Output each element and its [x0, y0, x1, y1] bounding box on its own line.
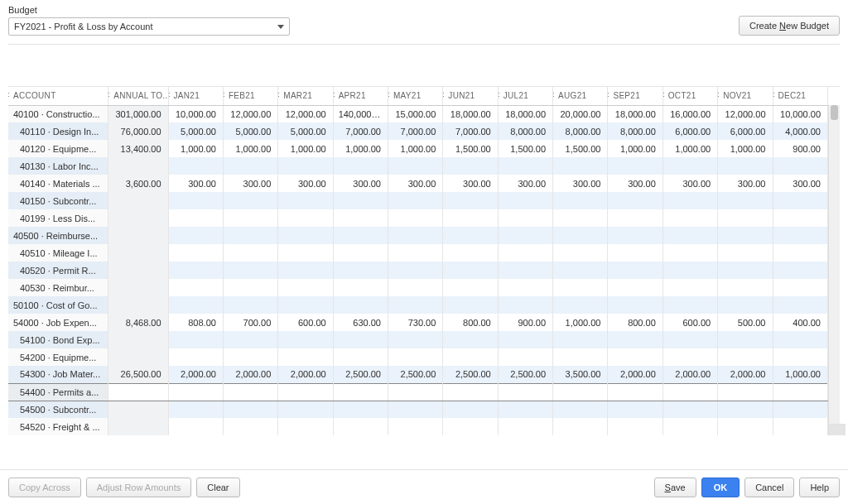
month-cell[interactable]	[773, 244, 828, 262]
month-cell[interactable]: 630.00	[333, 314, 388, 331]
month-cell[interactable]	[662, 192, 717, 209]
month-cell[interactable]: 300.00	[498, 175, 552, 192]
month-cell[interactable]	[498, 157, 552, 175]
adjust-row-amounts-button[interactable]: Adjust Row Amounts	[86, 478, 192, 497]
month-cell[interactable]: 900.00	[498, 314, 552, 331]
month-cell[interactable]	[718, 383, 773, 401]
month-cell[interactable]	[223, 331, 277, 348]
month-cell[interactable]	[223, 418, 277, 435]
month-cell[interactable]: 10,000.00	[168, 105, 223, 122]
table-row[interactable]: 40510 · Mileage I...	[8, 244, 828, 262]
month-cell[interactable]	[333, 209, 388, 227]
month-cell[interactable]	[223, 401, 277, 418]
create-new-budget-button[interactable]: Create New Budget	[739, 16, 840, 36]
month-cell[interactable]	[773, 296, 828, 314]
month-cell[interactable]	[498, 401, 552, 418]
account-cell[interactable]: 54300 · Job Mater...	[8, 366, 108, 383]
annual-cell[interactable]	[108, 383, 168, 401]
account-cell[interactable]: 54000 · Job Expen...	[8, 314, 108, 331]
month-cell[interactable]: 12,000.00	[718, 105, 773, 122]
month-cell[interactable]	[388, 244, 442, 262]
scrollbar-thumb[interactable]	[831, 105, 838, 120]
table-row[interactable]: 40130 · Labor Inc...	[8, 157, 828, 175]
annual-cell[interactable]	[108, 244, 168, 262]
account-cell[interactable]: 40120 · Equipme...	[8, 140, 108, 157]
month-cell[interactable]	[223, 227, 277, 244]
month-cell[interactable]: 15,000.00	[388, 105, 442, 122]
month-cell[interactable]	[333, 244, 388, 262]
month-cell[interactable]	[168, 209, 223, 227]
month-cell[interactable]: 1,000.00	[608, 140, 662, 157]
month-cell[interactable]: 808.00	[168, 314, 223, 331]
month-cell[interactable]	[223, 262, 277, 279]
month-cell[interactable]: 18,000.00	[498, 105, 552, 122]
month-cell[interactable]	[773, 383, 828, 401]
month-cell[interactable]	[168, 279, 223, 296]
month-cell[interactable]	[553, 244, 608, 262]
annual-cell[interactable]	[108, 348, 168, 366]
month-cell[interactable]	[773, 418, 828, 435]
month-cell[interactable]: 300.00	[278, 175, 333, 192]
month-cell[interactable]: 300.00	[168, 175, 223, 192]
month-cell[interactable]	[388, 157, 442, 175]
month-cell[interactable]: 300.00	[333, 175, 388, 192]
table-row[interactable]: 40140 · Materials ...3,600.00300.00300.0…	[8, 175, 828, 192]
month-cell[interactable]	[773, 279, 828, 296]
month-cell[interactable]	[333, 157, 388, 175]
copy-across-button[interactable]: Copy Across	[8, 478, 81, 497]
month-cell[interactable]: 730.00	[388, 314, 442, 331]
month-cell[interactable]	[773, 192, 828, 209]
month-cell[interactable]	[553, 262, 608, 279]
month-cell[interactable]	[278, 192, 333, 209]
scrollbar-arrow-down-icon[interactable]	[829, 424, 846, 435]
month-cell[interactable]	[443, 209, 498, 227]
month-cell[interactable]	[278, 279, 333, 296]
month-cell[interactable]: 1,000.00	[718, 140, 773, 157]
month-cell[interactable]: 2,500.00	[333, 366, 388, 383]
account-cell[interactable]: 54200 · Equipme...	[8, 348, 108, 366]
month-cell[interactable]	[498, 262, 552, 279]
account-cell[interactable]: 54100 · Bond Exp...	[8, 331, 108, 348]
month-cell[interactable]	[443, 192, 498, 209]
month-cell[interactable]: 800.00	[443, 314, 498, 331]
month-cell[interactable]: 300.00	[553, 175, 608, 192]
month-cell[interactable]: 2,500.00	[443, 366, 498, 383]
month-cell[interactable]	[168, 157, 223, 175]
month-cell[interactable]: 1,000.00	[662, 140, 717, 157]
month-cell[interactable]: 5,000.00	[223, 122, 277, 140]
account-cell[interactable]: 40110 · Design In...	[8, 122, 108, 140]
month-cell[interactable]	[278, 348, 333, 366]
col-header-annual[interactable]: ANNUAL TO...	[108, 87, 168, 105]
month-cell[interactable]	[718, 262, 773, 279]
month-cell[interactable]	[718, 401, 773, 418]
month-cell[interactable]	[278, 296, 333, 314]
month-cell[interactable]	[443, 157, 498, 175]
month-cell[interactable]	[168, 418, 223, 435]
annual-cell[interactable]: 301,000.00	[108, 105, 168, 122]
month-cell[interactable]	[388, 296, 442, 314]
annual-cell[interactable]: 3,600.00	[108, 175, 168, 192]
month-cell[interactable]: 6,000.00	[662, 122, 717, 140]
month-cell[interactable]	[773, 331, 828, 348]
col-header-jun21[interactable]: JUN21	[443, 87, 498, 105]
month-cell[interactable]	[278, 244, 333, 262]
month-cell[interactable]	[553, 331, 608, 348]
month-cell[interactable]: 600.00	[278, 314, 333, 331]
table-row[interactable]: 54520 · Freight & ...	[8, 418, 828, 435]
month-cell[interactable]: 1,500.00	[553, 140, 608, 157]
account-cell[interactable]: 40530 · Reimbur...	[8, 279, 108, 296]
month-cell[interactable]	[443, 279, 498, 296]
month-cell[interactable]: 20,000.00	[553, 105, 608, 122]
month-cell[interactable]: 1,000.00	[223, 140, 277, 157]
month-cell[interactable]	[718, 227, 773, 244]
month-cell[interactable]: 300.00	[443, 175, 498, 192]
table-row[interactable]: 54500 · Subcontr...	[8, 401, 828, 418]
annual-cell[interactable]	[108, 209, 168, 227]
month-cell[interactable]	[388, 227, 442, 244]
month-cell[interactable]	[443, 401, 498, 418]
month-cell[interactable]: 7,000.00	[388, 122, 442, 140]
month-cell[interactable]	[662, 209, 717, 227]
month-cell[interactable]	[718, 244, 773, 262]
month-cell[interactable]	[498, 209, 552, 227]
month-cell[interactable]	[168, 348, 223, 366]
